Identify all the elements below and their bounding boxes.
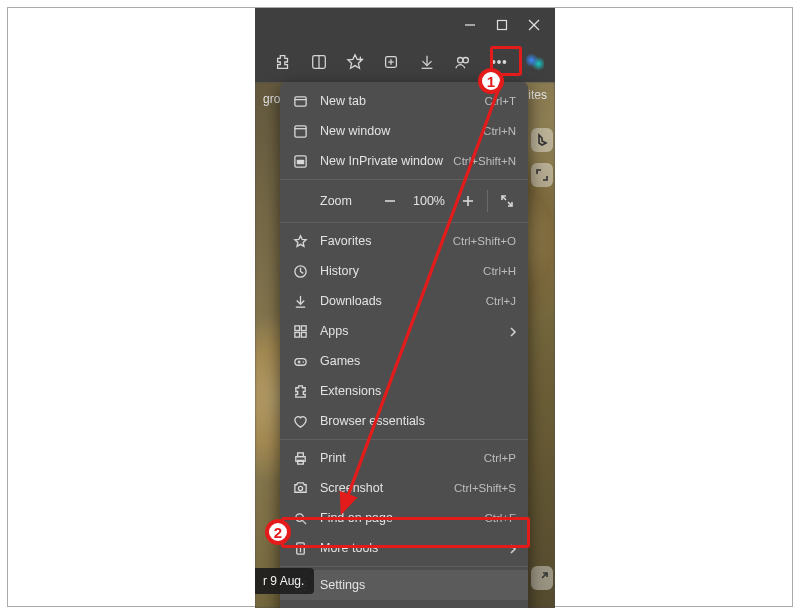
menu-label: Games xyxy=(320,354,516,368)
svg-rect-1 xyxy=(498,21,507,30)
menu-label: More tools xyxy=(320,541,516,555)
svg-point-40 xyxy=(302,361,304,363)
favorites-star-icon[interactable] xyxy=(341,48,369,76)
chevron-right-icon xyxy=(508,326,518,336)
extensions-icon[interactable] xyxy=(269,48,297,76)
svg-point-44 xyxy=(298,486,302,490)
svg-point-14 xyxy=(463,58,468,63)
screenshot-icon xyxy=(292,480,308,496)
window-titlebar xyxy=(255,8,555,42)
menu-settings[interactable]: Settings xyxy=(280,570,528,600)
menu-shortcut: Ctrl+F xyxy=(484,512,516,524)
inprivate-icon xyxy=(292,153,308,169)
minimize-button[interactable] xyxy=(463,18,477,32)
menu-label: Settings xyxy=(320,578,516,592)
svg-rect-33 xyxy=(294,325,299,330)
favorites-icon xyxy=(292,233,308,249)
menu-separator xyxy=(280,222,528,223)
browser-toolbar xyxy=(255,42,555,82)
svg-rect-24 xyxy=(296,159,304,164)
new-tab-icon xyxy=(292,93,308,109)
date-badge: r 9 Aug. xyxy=(255,568,314,594)
svg-rect-42 xyxy=(297,452,303,456)
history-icon xyxy=(292,263,308,279)
menu-screenshot[interactable]: Screenshot Ctrl+Shift+S xyxy=(280,473,528,503)
side-action-bing[interactable] xyxy=(531,128,553,152)
downloads-icon[interactable] xyxy=(413,48,441,76)
zoom-value: 100% xyxy=(407,194,451,208)
zoom-out-button[interactable] xyxy=(377,188,403,214)
svg-point-17 xyxy=(503,61,506,64)
menu-shortcut: Ctrl+Shift+S xyxy=(454,482,516,494)
menu-zoom: Zoom 100% xyxy=(280,183,528,219)
menu-more-tools[interactable]: More tools xyxy=(280,533,528,563)
more-menu-button[interactable] xyxy=(485,48,513,76)
menu-new-window[interactable]: New window Ctrl+N xyxy=(280,116,528,146)
menu-extensions[interactable]: Extensions xyxy=(280,376,528,406)
menu-separator xyxy=(280,179,528,180)
menu-shortcut: Ctrl+T xyxy=(484,95,516,107)
games-icon xyxy=(292,353,308,369)
heart-pulse-icon xyxy=(292,413,308,429)
screenshot-frame: ground orites New tab Ctrl+T xyxy=(7,7,793,607)
more-tools-icon xyxy=(292,540,308,556)
chevron-right-icon xyxy=(508,543,518,553)
menu-favorites[interactable]: Favorites Ctrl+Shift+O xyxy=(280,226,528,256)
menu-separator xyxy=(280,439,528,440)
split-screen-icon[interactable] xyxy=(305,48,333,76)
svg-rect-43 xyxy=(297,460,303,464)
side-action-expand[interactable] xyxy=(531,566,553,590)
find-icon xyxy=(292,510,308,526)
downloads-icon xyxy=(292,293,308,309)
menu-help-feedback[interactable]: Help and feedback xyxy=(280,600,528,608)
menu-browser-essentials[interactable]: Browser essentials xyxy=(280,406,528,436)
collections-icon[interactable] xyxy=(377,48,405,76)
zoom-in-button[interactable] xyxy=(455,188,481,214)
svg-point-13 xyxy=(458,58,463,63)
menu-shortcut: Ctrl+Shift+N xyxy=(453,155,516,167)
svg-point-15 xyxy=(492,61,495,64)
menu-history[interactable]: History Ctrl+H xyxy=(280,256,528,286)
menu-shortcut: Ctrl+J xyxy=(486,295,516,307)
menu-shortcut: Ctrl+H xyxy=(483,265,516,277)
menu-label: Browser essentials xyxy=(320,414,516,428)
menu-label: Extensions xyxy=(320,384,516,398)
side-action-fullscreen[interactable] xyxy=(531,163,553,187)
close-button[interactable] xyxy=(527,18,541,32)
settings-and-more-menu: New tab Ctrl+T New window Ctrl+N New InP… xyxy=(280,82,528,608)
menu-separator xyxy=(280,566,528,567)
print-icon xyxy=(292,450,308,466)
help-icon xyxy=(292,607,308,608)
menu-shortcut: Ctrl+Shift+O xyxy=(453,235,516,247)
svg-rect-34 xyxy=(301,325,306,330)
browser-window: ground orites New tab Ctrl+T xyxy=(255,8,555,608)
profile-icon[interactable] xyxy=(449,48,477,76)
menu-shortcut: Ctrl+N xyxy=(483,125,516,137)
zoom-label: Zoom xyxy=(320,194,352,208)
svg-rect-35 xyxy=(294,332,299,337)
new-window-icon xyxy=(292,123,308,139)
svg-rect-36 xyxy=(301,332,306,337)
maximize-button[interactable] xyxy=(495,18,509,32)
menu-shortcut: Ctrl+P xyxy=(484,452,516,464)
menu-new-tab[interactable]: New tab Ctrl+T xyxy=(280,86,528,116)
fullscreen-button[interactable] xyxy=(494,188,520,214)
menu-apps[interactable]: Apps xyxy=(280,316,528,346)
menu-print[interactable]: Print Ctrl+P xyxy=(280,443,528,473)
zoom-divider xyxy=(487,190,488,212)
menu-find-on-page[interactable]: Find on page Ctrl+F xyxy=(280,503,528,533)
svg-rect-21 xyxy=(294,125,305,136)
menu-new-inprivate[interactable]: New InPrivate window Ctrl+Shift+N xyxy=(280,146,528,176)
menu-label: Apps xyxy=(320,324,516,338)
extensions-icon xyxy=(292,383,308,399)
svg-line-46 xyxy=(302,520,306,524)
apps-icon xyxy=(292,323,308,339)
copilot-icon[interactable] xyxy=(521,48,549,76)
svg-point-16 xyxy=(498,61,501,64)
menu-downloads[interactable]: Downloads Ctrl+J xyxy=(280,286,528,316)
svg-rect-19 xyxy=(294,96,305,105)
svg-point-45 xyxy=(295,513,303,521)
menu-games[interactable]: Games xyxy=(280,346,528,376)
